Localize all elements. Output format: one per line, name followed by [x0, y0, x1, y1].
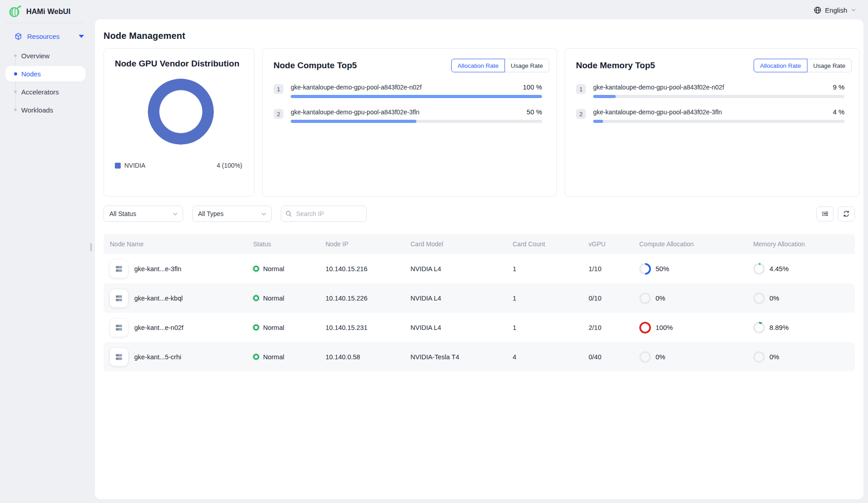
column-header-vgpu: vGPU — [582, 240, 633, 248]
table-row[interactable]: gke-kant...e-n02f Normal 10.140.15.231 N… — [104, 313, 855, 342]
compute-allocation-ring — [639, 292, 651, 304]
progress-bar — [291, 95, 542, 98]
memory-allocation-ring — [753, 292, 765, 304]
column-settings-icon — [821, 210, 829, 217]
page-title: Node Management — [104, 31, 859, 41]
column-header-node-name: Node Name — [104, 240, 247, 248]
status-label: Normal — [263, 265, 284, 273]
top5-row: 2 gke-kantaloupe-demo-gpu-pool-a843f02e-… — [576, 108, 852, 123]
type-filter-value: All Types — [198, 210, 224, 217]
top5-row: 1 gke-kantaloupe-demo-gpu-pool-a843f02e-… — [576, 83, 852, 98]
memory-allocation-ring — [753, 263, 765, 275]
search-ip-field — [281, 206, 367, 222]
rank-badge: 1 — [576, 84, 586, 94]
vendor-distribution-card: Node GPU Vendor Distribution NVIDIA 4 (1… — [104, 48, 255, 197]
sidebar-section-resources[interactable]: Resources — [0, 27, 95, 46]
chevron-down-icon — [261, 211, 267, 217]
chevron-down-icon — [851, 7, 856, 13]
node-name: gke-kant...e-kbql — [134, 295, 183, 302]
sidebar-divider — [5, 23, 85, 23]
node-ip: 10.140.15.231 — [319, 324, 404, 331]
refresh-button[interactable] — [838, 207, 855, 221]
column-header-status: Status — [247, 240, 319, 248]
top5-row: 2 gke-kantaloupe-demo-gpu-pool-a843f02e-… — [274, 108, 549, 123]
server-icon — [110, 289, 128, 307]
memory-allocation-ring — [753, 351, 765, 363]
cube-icon — [14, 33, 22, 40]
top5-node-name: gke-kantaloupe-demo-gpu-pool-a843f02e-3f… — [593, 108, 722, 116]
progress-bar — [593, 95, 844, 98]
memory-allocation-ring — [753, 322, 765, 334]
top5-node-name: gke-kantaloupe-demo-gpu-pool-a843f02e-n0… — [593, 84, 724, 91]
compute-usage-rate-tab[interactable]: Usage Rate — [505, 59, 549, 72]
column-header-compute-allocation: Compute Allocation — [633, 240, 747, 248]
card-count: 4 — [506, 353, 582, 361]
vgpu-value: 2/10 — [582, 324, 633, 331]
compute-allocation-value: 0% — [656, 353, 665, 361]
table-row[interactable]: gke-kant...e-3fln Normal 10.140.15.216 N… — [104, 254, 855, 283]
bullet-icon — [14, 54, 17, 57]
card-count: 1 — [506, 324, 582, 331]
vgpu-value: 0/40 — [582, 353, 633, 361]
rank-badge: 2 — [274, 109, 283, 119]
compute-allocation-ring — [639, 263, 651, 275]
column-settings-button[interactable] — [816, 207, 834, 221]
sidebar-item-overview[interactable]: Overview — [0, 47, 95, 65]
filter-bar: All Status All Types — [104, 206, 859, 222]
language-selector[interactable]: English — [814, 0, 856, 20]
sidebar-item-label: Workloads — [21, 106, 53, 114]
rank-badge: 2 — [576, 109, 586, 119]
sidebar-items: Overview Nodes Accelerators Workloads — [0, 47, 95, 119]
memory-card-title: Node Memory Top5 — [576, 61, 655, 71]
vgpu-value: 1/10 — [582, 265, 633, 273]
sidebar-item-nodes[interactable]: Nodes — [5, 66, 85, 81]
status-filter-select[interactable]: All Status — [104, 206, 183, 222]
refresh-icon — [843, 210, 850, 217]
type-filter-select[interactable]: All Types — [192, 206, 272, 222]
sidebar: HAMi WebUI Resources Overview Nodes — [0, 0, 95, 503]
progress-bar-fill — [291, 95, 542, 98]
sidebar-item-workloads[interactable]: Workloads — [0, 101, 95, 119]
status-filter-value: All Status — [109, 210, 136, 217]
table-row[interactable]: gke-kant...5-crhi Normal 10.140.0.58 NVI… — [104, 342, 855, 371]
memory-usage-rate-tab[interactable]: Usage Rate — [807, 59, 852, 72]
memory-allocation-rate-tab[interactable]: Allocation Rate — [754, 59, 807, 72]
table-header: Node Name Status Node IP Card Model Card… — [104, 234, 855, 254]
language-label: English — [825, 6, 847, 14]
hami-logo-icon — [8, 4, 22, 19]
search-icon — [285, 211, 292, 217]
sidebar-resize-handle[interactable] — [90, 243, 92, 251]
server-icon — [110, 319, 128, 337]
top5-percent: 9 % — [833, 83, 844, 91]
sidebar-item-label: Overview — [21, 52, 50, 60]
card-model: NVIDIA L4 — [404, 265, 506, 273]
vendor-card-title: Node GPU Vendor Distribution — [115, 59, 247, 69]
node-name: gke-kant...5-crhi — [134, 353, 181, 361]
search-ip-input[interactable] — [281, 206, 367, 222]
sidebar-item-label: Nodes — [21, 70, 41, 78]
compute-rate-toggle: Allocation Rate Usage Rate — [451, 59, 549, 72]
progress-bar — [291, 120, 542, 123]
app-root: HAMi WebUI Resources Overview Nodes — [0, 0, 868, 503]
brand: HAMi WebUI — [0, 0, 95, 23]
column-header-memory-allocation: Memory Allocation — [747, 240, 855, 248]
card-model: NVIDIA L4 — [404, 295, 506, 302]
status-normal-icon — [253, 324, 259, 330]
memory-allocation-value: 0% — [769, 353, 779, 361]
memory-allocation-value: 8.89% — [769, 324, 789, 331]
progress-bar-fill — [593, 95, 616, 98]
compute-allocation-value: 0% — [656, 294, 665, 302]
compute-allocation-rate-tab[interactable]: Allocation Rate — [451, 59, 505, 72]
status-label: Normal — [263, 353, 284, 361]
compute-top5-card: Node Compute Top5 Allocation Rate Usage … — [262, 48, 557, 197]
progress-bar-fill — [291, 120, 416, 123]
compute-allocation-ring — [639, 322, 651, 334]
node-ip: 10.140.0.58 — [319, 353, 404, 361]
sidebar-item-accelerators[interactable]: Accelerators — [0, 83, 95, 101]
sidebar-section-label: Resources — [27, 33, 79, 40]
bullet-icon — [14, 90, 17, 93]
top5-node-name: gke-kantaloupe-demo-gpu-pool-a843f02e-3f… — [291, 108, 420, 116]
table-row[interactable]: gke-kant...e-kbql Normal 10.140.15.226 N… — [104, 283, 855, 313]
globe-icon — [814, 6, 821, 14]
column-header-card-model: Card Model — [404, 240, 506, 248]
